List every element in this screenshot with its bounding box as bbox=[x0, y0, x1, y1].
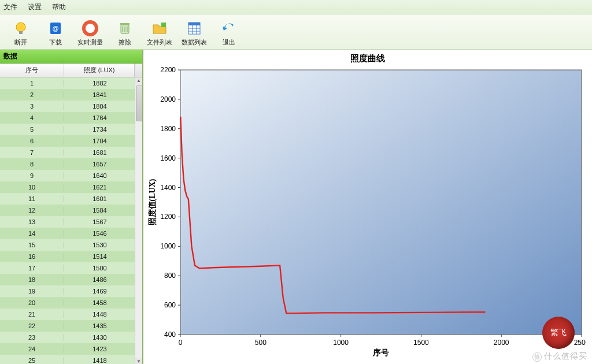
table-row[interactable]: 101621 bbox=[0, 181, 142, 193]
table-header: 序号 照度 (LUX) bbox=[0, 64, 142, 77]
cell-seq: 10 bbox=[0, 184, 64, 191]
table-row[interactable]: 151530 bbox=[0, 239, 142, 251]
toolbar-label: 下载 bbox=[49, 38, 62, 47]
table-row[interactable]: 91640 bbox=[0, 170, 142, 181]
table-row[interactable]: 241423 bbox=[0, 343, 142, 355]
cell-seq: 11 bbox=[0, 195, 64, 202]
scroll-gutter bbox=[135, 64, 142, 77]
col-lux[interactable]: 照度 (LUX) bbox=[64, 64, 135, 77]
disconnect-button[interactable]: 断开 bbox=[3, 19, 38, 48]
cell-seq: 7 bbox=[0, 149, 64, 156]
table-row[interactable]: 171500 bbox=[0, 262, 142, 274]
cell-lux: 1514 bbox=[64, 253, 142, 260]
table-row[interactable]: 21841 bbox=[0, 89, 142, 101]
table-icon bbox=[185, 19, 204, 38]
lifebuoy-icon bbox=[81, 19, 99, 38]
cell-lux: 1804 bbox=[64, 103, 142, 110]
svg-text:1800: 1800 bbox=[160, 125, 176, 133]
scroll-thumb[interactable] bbox=[136, 86, 142, 121]
cell-lux: 1458 bbox=[64, 299, 142, 306]
table-row[interactable]: 71681 bbox=[0, 147, 142, 158]
table-row[interactable]: 141546 bbox=[0, 228, 142, 239]
cell-lux: 1704 bbox=[64, 138, 142, 144]
toolbar-label: 数据列表 bbox=[182, 38, 207, 47]
svg-text:序号: 序号 bbox=[372, 348, 389, 357]
table-row[interactable]: 201458 bbox=[0, 297, 142, 309]
realtime-button[interactable]: 实时测量 bbox=[73, 19, 108, 48]
svg-text:2200: 2200 bbox=[160, 66, 176, 74]
table-row[interactable]: 161514 bbox=[0, 251, 142, 262]
panel-header: 数据 bbox=[0, 50, 142, 64]
cell-seq: 12 bbox=[0, 207, 64, 214]
back-arrow-icon bbox=[220, 19, 238, 38]
table-body: 1188221841318044176451734617047168181657… bbox=[0, 77, 142, 364]
table-row[interactable]: 221435 bbox=[0, 320, 142, 332]
cell-lux: 1841 bbox=[64, 91, 142, 98]
vertical-scrollbar[interactable]: ▲ ▼ bbox=[135, 77, 142, 364]
toolbar-label: 断开 bbox=[14, 38, 27, 47]
cell-seq: 23 bbox=[0, 334, 64, 341]
scroll-up-icon[interactable]: ▲ bbox=[135, 77, 142, 84]
cell-lux: 1764 bbox=[64, 114, 142, 121]
cell-lux: 1567 bbox=[64, 218, 142, 225]
cell-seq: 2 bbox=[0, 91, 64, 98]
lux-chart: 4006008001000120014001600180020002200050… bbox=[147, 66, 586, 359]
lightbulb-icon bbox=[12, 19, 30, 38]
table-row[interactable]: 111601 bbox=[0, 193, 142, 205]
menu-file[interactable]: 文件 bbox=[3, 2, 17, 12]
cell-lux: 1601 bbox=[64, 195, 142, 202]
svg-text:@: @ bbox=[52, 25, 58, 32]
table-row[interactable]: 81657 bbox=[0, 158, 142, 170]
toolbar-label: 文件列表 bbox=[147, 38, 172, 47]
filelist-button[interactable]: 文件列表 bbox=[142, 19, 177, 48]
svg-text:1200: 1200 bbox=[160, 213, 176, 221]
toolbar: 断开 @ 下载 实时测量 擦除 文件列表 数据列表 退出 bbox=[0, 14, 592, 50]
table-row[interactable]: 191469 bbox=[0, 285, 142, 297]
cell-seq: 5 bbox=[0, 126, 64, 133]
svg-text:1600: 1600 bbox=[160, 154, 176, 162]
svg-rect-1 bbox=[19, 31, 23, 34]
svg-text:0: 0 bbox=[179, 339, 183, 347]
cell-seq: 20 bbox=[0, 299, 64, 306]
table-row[interactable]: 61704 bbox=[0, 135, 142, 147]
cell-seq: 1 bbox=[0, 80, 64, 87]
cell-lux: 1486 bbox=[64, 276, 142, 283]
cell-lux: 1500 bbox=[64, 265, 142, 272]
menu-help[interactable]: 帮助 bbox=[52, 2, 66, 12]
table-row[interactable]: 131567 bbox=[0, 216, 142, 228]
clear-button[interactable]: 擦除 bbox=[108, 19, 142, 48]
menu-settings[interactable]: 设置 bbox=[28, 2, 42, 12]
cell-lux: 1640 bbox=[64, 172, 142, 179]
cell-lux: 1882 bbox=[64, 80, 142, 87]
cell-seq: 24 bbox=[0, 346, 64, 352]
table-row[interactable]: 181486 bbox=[0, 274, 142, 285]
svg-text:2000: 2000 bbox=[494, 339, 509, 347]
table-row[interactable]: 31804 bbox=[0, 101, 142, 112]
svg-text:1500: 1500 bbox=[413, 339, 429, 347]
svg-text:1000: 1000 bbox=[333, 339, 349, 347]
table-row[interactable]: 41764 bbox=[0, 112, 142, 124]
svg-text:2000: 2000 bbox=[160, 95, 176, 103]
table-row[interactable]: 11882 bbox=[0, 77, 142, 89]
download-button[interactable]: @ 下载 bbox=[38, 19, 73, 48]
table-row[interactable]: 121584 bbox=[0, 205, 142, 216]
scroll-down-icon[interactable]: ▼ bbox=[135, 358, 142, 364]
table-row[interactable]: 251418 bbox=[0, 355, 142, 364]
svg-text:照度值(LUX): 照度值(LUX) bbox=[147, 179, 157, 225]
cell-lux: 1546 bbox=[64, 230, 142, 237]
datalist-button[interactable]: 数据列表 bbox=[177, 19, 212, 48]
cell-lux: 1418 bbox=[64, 357, 142, 364]
svg-rect-7 bbox=[120, 23, 130, 25]
cell-seq: 16 bbox=[0, 253, 64, 260]
table-row[interactable]: 231430 bbox=[0, 332, 142, 343]
svg-text:400: 400 bbox=[164, 330, 176, 339]
table-row[interactable]: 51734 bbox=[0, 124, 142, 135]
cell-lux: 1469 bbox=[64, 288, 142, 295]
svg-rect-11 bbox=[180, 70, 582, 335]
svg-text:1000: 1000 bbox=[160, 242, 176, 250]
svg-text:600: 600 bbox=[164, 301, 176, 309]
table-row[interactable]: 211448 bbox=[0, 309, 142, 320]
chart-panel: 照度曲线 40060080010001200140016001800200022… bbox=[143, 50, 592, 364]
col-seq[interactable]: 序号 bbox=[0, 64, 64, 77]
exit-button[interactable]: 退出 bbox=[212, 19, 246, 48]
